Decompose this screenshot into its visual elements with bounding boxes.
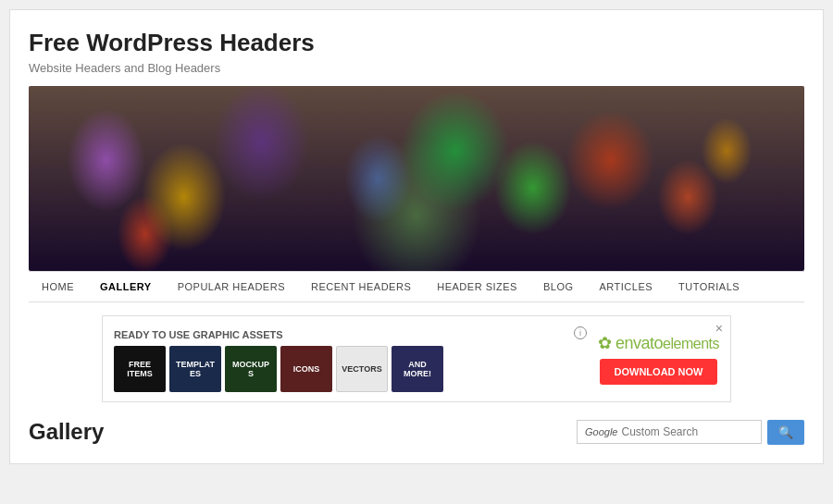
nav-item-articles[interactable]: ARTICLES [587,272,666,301]
download-button[interactable]: DOWNLOAD NOW [600,359,718,385]
ad-label: READY TO USE GRAPHIC ASSETS [114,326,283,340]
search-input[interactable] [621,425,760,438]
site-title: Free WordPress Headers [29,29,804,57]
ad-item-mockups[interactable]: MOCKUP S [225,346,277,392]
nav-item-gallery[interactable]: GALLERY [87,272,165,301]
ad-close-button[interactable]: × [715,322,723,335]
nav-item-tutorials[interactable]: TUTORIALS [665,272,752,301]
ad-top-row: READY TO USE GRAPHIC ASSETS i × [114,326,587,340]
site-subtitle: Website Headers and Blog Headers [29,61,804,75]
search-button[interactable]: 🔍 [767,420,804,445]
ad-controls: i × [574,326,587,339]
nav-list: HOMEGALLERYPOPULAR HEADERSRECENT HEADERS… [29,272,804,301]
gallery-title: Gallery [29,419,104,445]
envato-logo: ✿ envatoelements [598,333,719,353]
ad-right: ✿ envatoelements DOWNLOAD NOW [598,333,719,385]
nav-item-header-sizes[interactable]: HEADER SIZES [424,272,530,301]
search-area: Google 🔍 [577,420,804,445]
hero-image [29,86,804,271]
google-label: Google [585,426,617,437]
page-wrapper: Free WordPress Headers Website Headers a… [9,9,824,464]
ad-item-vectors[interactable]: VECTORS [336,346,388,392]
nav-item-blog[interactable]: BLOG [530,272,587,301]
ad-item-icons[interactable]: ICONS [280,346,332,392]
main-nav: HOMEGALLERYPOPULAR HEADERSRECENT HEADERS… [29,271,804,302]
ad-info-icon[interactable]: i [574,326,587,339]
nav-item-recent-headers[interactable]: RECENT HEADERS [298,272,424,301]
ad-item-templates[interactable]: TEMPLAT ES [169,346,221,392]
search-box: Google [577,420,762,444]
content-footer: Gallery Google 🔍 [29,415,804,445]
ad-item-free[interactable]: FREE ITEMS [114,346,166,392]
ad-item-more[interactable]: AND MORE! [392,346,443,392]
ad-items: FREE ITEMSTEMPLAT ESMOCKUP SICONSVECTORS… [114,346,587,392]
nav-item-popular-headers[interactable]: POPULAR HEADERS [165,272,298,301]
ad-banner: READY TO USE GRAPHIC ASSETS i × FREE ITE… [102,315,731,402]
hero-image-inner [29,86,804,271]
nav-item-home[interactable]: HOME [29,272,87,301]
